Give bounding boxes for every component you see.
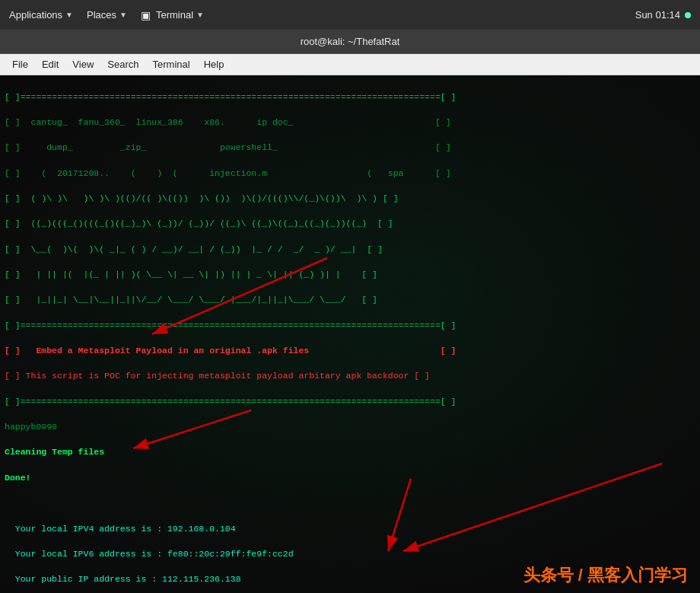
places-menu[interactable]: Places ▼: [87, 9, 127, 21]
menu-terminal[interactable]: Terminal: [147, 57, 196, 72]
menu-file[interactable]: File: [6, 57, 34, 72]
menu-edit[interactable]: Edit: [36, 57, 65, 72]
menu-view[interactable]: View: [66, 57, 100, 72]
blank-1: [5, 497, 695, 510]
terminal-arrow: ▼: [196, 11, 204, 19]
ascii-line-3: [ ] ( 20171208.. ( ) ( injection.m ( spa…: [5, 167, 695, 180]
poc-line: [ ] This script is POC for injecting met…: [5, 370, 695, 383]
system-top-bar: Applications ▼ Places ▼ ▣ Terminal ▼ Sun…: [0, 0, 700, 30]
places-label: Places: [87, 9, 116, 21]
done-line: Done!: [5, 472, 695, 485]
ipv4-line: Your local IPV4 address is : 192.168.0.1…: [5, 523, 695, 536]
embed-line: [ ] Embed a Metasploit Payload in an ori…: [5, 345, 695, 358]
ascii-line-8: [ ] |_||_| \__|\__||_||\/__/ \___/ \___/…: [5, 294, 695, 307]
clock-area: Sun 01:14: [635, 9, 691, 21]
ascii-line-4: [ ] ( )\ )\ )\ )\ )(()/(( )\(()) )\ ()) …: [5, 193, 695, 206]
ascii-line-7: [ ] | || |( |(_ | || )( \__ \| __ \| |) …: [5, 269, 695, 282]
terminal-menu[interactable]: ▣ Terminal ▼: [141, 9, 204, 21]
ascii-line-5: [ ] ((_)(((_()(((_()((_)_)\ (_))/ (_))/ …: [5, 218, 695, 231]
ascii-line-2: [ ] dump_ _zip_ powershell_ [ ]: [5, 142, 695, 155]
separator-line-2: [ ]=====================================…: [5, 320, 695, 333]
terminal-menu-bar: File Edit View Search Terminal Help: [0, 54, 700, 75]
clock-indicator: [685, 12, 691, 18]
applications-arrow: ▼: [65, 11, 73, 19]
terminal-title: root@kali: ~/ThefatRat: [301, 36, 400, 47]
separator-line-1: [ ]=====================================…: [5, 91, 695, 104]
terminal-output: [ ]=====================================…: [0, 75, 700, 593]
clock-text: Sun 01:14: [635, 9, 680, 21]
cleaning-line: Cleaning Temp files: [5, 446, 695, 459]
places-arrow: ▼: [119, 11, 127, 19]
terminal-label: Terminal: [156, 9, 193, 21]
terminal-title-bar: root@kali: ~/ThefatRat: [0, 30, 700, 54]
separator-line-3: [ ]=====================================…: [5, 396, 695, 409]
ascii-line-1: [ ] cantug_ fanu_360_ linux_386 x86. ip …: [5, 116, 695, 129]
applications-menu[interactable]: Applications ▼: [9, 9, 73, 21]
terminal-window: root@kali: ~/ThefatRat File Edit View Se…: [0, 30, 700, 593]
watermark-text: 头条号 / 黑客入门学习: [523, 564, 688, 587]
menu-search[interactable]: Search: [101, 57, 145, 72]
ascii-line-6: [ ] \__( )\( )\( _|_ ( ) / __)/ __| / (_…: [5, 244, 695, 257]
menu-help[interactable]: Help: [198, 57, 231, 72]
ipv6-line: Your local IPV6 address is : fe80::20c:2…: [5, 548, 695, 561]
terminal-content-area[interactable]: [ ]=====================================…: [0, 75, 700, 593]
author-line: happyb0990: [5, 421, 695, 434]
terminal-icon: ▣: [141, 9, 151, 21]
applications-label: Applications: [9, 9, 62, 21]
